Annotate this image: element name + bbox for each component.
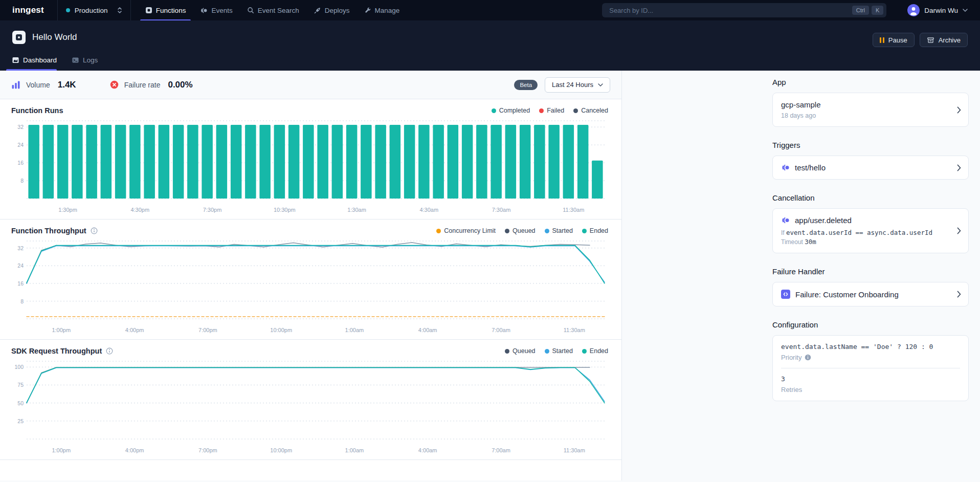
trigger-card[interactable]: test/hello [772,156,969,180]
svg-text:1:00pm: 1:00pm [52,327,71,333]
failure-rate-label: Failure rate [124,81,161,89]
pause-button[interactable]: Pause [873,33,914,47]
configuration-section: Configuration event.data.lastName == 'Do… [772,320,969,401]
triggers-heading: Triggers [772,141,969,149]
terminal-icon [72,57,79,63]
failure-handler-section: Failure Handler Failure: Customer Onboar… [772,267,969,306]
legend-item[interactable]: Ended [582,347,608,355]
info-icon[interactable] [106,347,113,355]
legend-dot [545,229,549,233]
function-throughput-section: Function Throughput Concurrency LimitQue… [0,220,621,340]
svg-text:7:00am: 7:00am [492,447,510,453]
svg-text:4:30pm: 4:30pm [130,207,149,213]
svg-text:4:30am: 4:30am [419,207,438,213]
function-throughput-legend: Concurrency LimitQueuedStartedEnded [436,227,608,234]
nav-tab-functions[interactable]: Functions [138,0,193,20]
nav-tab-event-search[interactable]: Event Search [240,0,306,20]
app-updated: 18 days ago [781,112,949,119]
function-throughput-chart: 81624321:00pm4:00pm7:00pm10:00pm1:00am4:… [11,237,608,335]
cancellation-card[interactable]: app/user.deleted If event.data.userId ==… [772,208,969,253]
archive-button[interactable]: Archive [920,33,968,47]
tab-logs[interactable]: Logs [72,49,98,71]
global-search: Ctrl K [602,3,886,17]
dashboard-icon [12,57,19,63]
retries-value: 3 [781,375,960,383]
svg-text:75: 75 [17,382,24,388]
active-tab-underline [6,69,57,71]
svg-text:4:00pm: 4:00pm [125,327,144,333]
svg-text:11:30am: 11:30am [564,447,585,453]
svg-text:4:00pm: 4:00pm [125,447,144,453]
active-tab-underline [140,19,191,20]
trigger-name: test/hello [795,163,826,172]
svg-text:4:00am: 4:00am [418,327,437,333]
priority-label: Priority [781,354,960,361]
svg-text:7:00pm: 7:00pm [198,447,217,453]
failure-handler-card[interactable]: Failure: Customer Onboarding [772,282,969,306]
failure-handler-heading: Failure Handler [772,267,969,276]
legend-item[interactable]: Failed [539,107,564,114]
charts-column: Volume 1.4K Failure rate 0.00% Beta Last… [0,71,622,480]
function-icon [12,31,26,44]
kbd-ctrl: Ctrl [852,6,869,15]
tab-dashboard[interactable]: Dashboard [12,49,57,71]
legend-item[interactable]: Queued [505,227,535,234]
retries-label: Retries [781,386,960,393]
info-icon[interactable] [91,227,98,234]
legend-dot [573,108,578,113]
function-subnav: Dashboard Logs [0,49,980,71]
environment-status-dot [66,8,70,12]
svg-text:25: 25 [17,418,24,424]
inngest-logo[interactable]: inngest [0,0,57,20]
legend-dot [436,229,441,233]
rocket-icon [314,7,321,14]
svg-text:1:30pm: 1:30pm [58,207,77,213]
search-icon [247,7,254,14]
info-filled-icon[interactable] [805,354,811,361]
avatar [907,4,920,16]
function-runs-section: Function Runs CompletedFailedCanceled 81… [0,99,621,220]
stats-bar: Volume 1.4K Failure rate 0.00% Beta Last… [0,71,621,99]
event-trigger-icon [781,163,790,172]
svg-text:10:30pm: 10:30pm [274,207,296,213]
environment-selector[interactable]: Production [57,0,131,20]
svg-text:16: 16 [17,160,24,166]
nav-tab-label: Deploys [325,7,350,14]
app-card[interactable]: gcp-sample 18 days ago [772,93,969,127]
failure-x-icon [110,80,119,89]
svg-text:1:00am: 1:00am [345,447,364,453]
triggers-section: Triggers test/hello [772,141,969,180]
nav-tab-label: Functions [156,7,186,14]
nav-tab-manage[interactable]: Manage [357,0,407,20]
legend-item[interactable]: Ended [582,227,608,234]
chevron-down-icon [963,9,968,12]
svg-text:11:30am: 11:30am [563,207,584,213]
svg-text:7:00am: 7:00am [492,327,510,333]
user-menu[interactable]: Darwin Wu [897,4,980,16]
legend-item[interactable]: Concurrency Limit [436,227,496,234]
legend-item[interactable]: Completed [492,107,530,114]
nav-tab-events[interactable]: Events [193,0,239,20]
cancellation-event: app/user.deleted [795,216,852,225]
legend-item[interactable]: Canceled [573,107,608,114]
nav-tab-label: Manage [375,7,400,14]
priority-expression: event.data.lastName == 'Doe' ? 120 : 0 [781,343,960,350]
volume-bars-icon [11,80,20,89]
legend-item[interactable]: Started [545,227,573,234]
beta-badge: Beta [514,80,538,90]
legend-item[interactable]: Started [545,347,573,355]
nav-tab-label: Event Search [258,7,299,14]
function-header: Hello World Pause Archive Dashboard [0,20,980,71]
details-sidebar: App gcp-sample 18 days ago Triggers [622,71,980,480]
legend-item[interactable]: Queued [505,347,535,355]
function-runs-title: Function Runs [11,106,63,115]
search-input[interactable] [608,6,850,15]
nav-tab-deploys[interactable]: Deploys [306,0,357,20]
event-trigger-icon [781,216,790,225]
nav-tab-label: Events [211,7,232,14]
svg-text:7:30am: 7:30am [492,207,511,213]
time-range-dropdown[interactable]: Last 24 Hours [545,77,610,93]
app-section: App gcp-sample 18 days ago [772,78,969,127]
chevron-updown-icon [117,6,122,14]
configuration-card: event.data.lastName == 'Doe' ? 120 : 0 P… [772,335,969,401]
